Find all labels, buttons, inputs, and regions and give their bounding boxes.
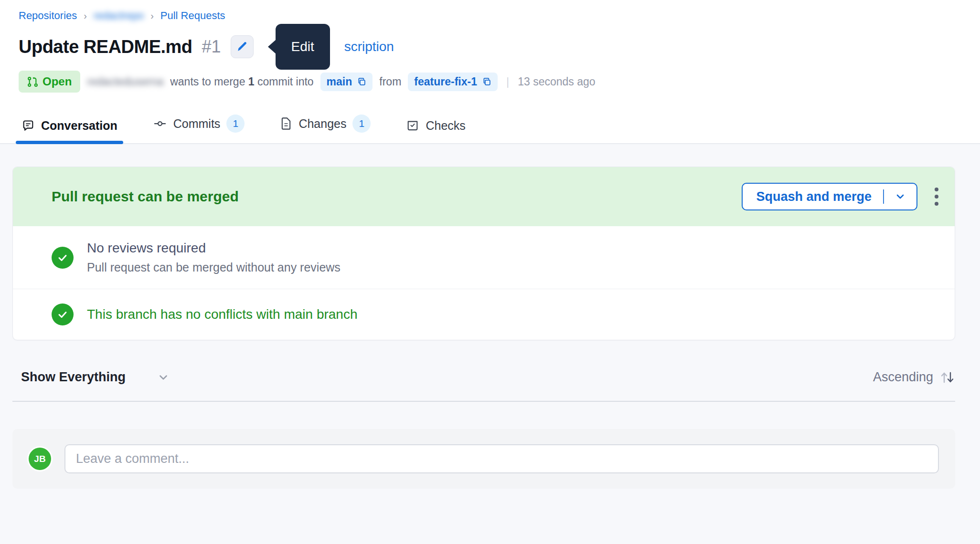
- tab-changes[interactable]: Changes 1: [277, 112, 373, 143]
- created-timestamp: 13 seconds ago: [518, 75, 595, 88]
- comment-composer: JB: [12, 429, 955, 489]
- check-circle-icon: [52, 247, 74, 269]
- description-link-partial[interactable]: scription: [344, 39, 394, 54]
- tab-conversation[interactable]: Conversation: [19, 116, 120, 143]
- timeline-controls: Show Everything Ascending: [12, 370, 955, 385]
- target-branch-label: main: [327, 75, 352, 88]
- page-title: Update README.md: [19, 37, 192, 57]
- merge-sentence-pre: wants to merge 1 commit into: [170, 75, 313, 88]
- merge-more-options-button[interactable]: [931, 184, 942, 209]
- merge-banner-title: Pull request can be merged: [52, 188, 239, 205]
- commit-count: 1: [248, 75, 255, 88]
- speech-bubble-icon: [21, 119, 35, 133]
- vertical-separator: |: [506, 75, 509, 88]
- edit-tooltip: Edit: [276, 24, 330, 70]
- pull-request-icon: [27, 76, 38, 87]
- avatar: JB: [29, 448, 51, 470]
- tab-commits[interactable]: Commits 1: [150, 112, 248, 143]
- breadcrumb: Repositories › redactrepo › Pull Request…: [19, 10, 955, 22]
- button-divider: [883, 189, 884, 204]
- merge-text-mid: commit into: [257, 75, 314, 88]
- copy-icon[interactable]: [482, 77, 491, 86]
- comment-input[interactable]: [64, 444, 939, 473]
- edit-title-button[interactable]: [231, 35, 254, 58]
- review-check-subtitle: Pull request can be merged without any r…: [87, 261, 341, 274]
- check-circle-icon: [52, 303, 74, 325]
- pr-number: #1: [202, 37, 221, 57]
- merge-banner: Pull request can be merged Squash and me…: [13, 167, 955, 226]
- conversation-panel: Pull request can be merged Squash and me…: [0, 144, 980, 544]
- pr-header: Repositories › redactrepo › Pull Request…: [0, 0, 980, 93]
- from-word: from: [379, 75, 401, 88]
- conflict-check-title: This branch has no conflicts with main b…: [87, 307, 358, 322]
- breadcrumb-repo-link-redacted[interactable]: redactrepo: [94, 10, 144, 22]
- tab-commits-label: Commits: [173, 117, 221, 131]
- timeline-filter-dropdown[interactable]: Show Everything: [21, 370, 170, 385]
- chevron-down-icon: [895, 191, 906, 202]
- breadcrumb-separator-2: ›: [150, 10, 154, 21]
- edit-tooltip-label: Edit: [291, 39, 314, 54]
- source-branch-pill[interactable]: feature-fix-1: [408, 73, 498, 91]
- tab-checks-label: Checks: [426, 119, 465, 133]
- tab-checks[interactable]: Checks: [403, 116, 468, 143]
- squash-and-merge-label: Squash and merge: [743, 189, 883, 204]
- pr-status-line: Open redacteduserna wants to merge 1 com…: [19, 71, 955, 93]
- pencil-icon: [236, 41, 248, 53]
- kebab-dot: [935, 188, 938, 191]
- kebab-dot: [935, 202, 938, 206]
- sort-arrows-icon: [939, 370, 955, 385]
- merge-banner-actions: Squash and merge: [742, 183, 942, 210]
- commit-icon: [153, 116, 167, 131]
- copy-icon[interactable]: [357, 77, 366, 86]
- file-icon: [280, 117, 292, 130]
- source-branch-label: feature-fix-1: [414, 75, 477, 88]
- tab-commits-count-badge: 1: [226, 115, 245, 133]
- tab-changes-label: Changes: [298, 117, 346, 131]
- merge-text-pre: wants to merge: [170, 75, 245, 88]
- timeline-sort-toggle[interactable]: Ascending: [873, 370, 955, 385]
- timeline-divider: [12, 401, 955, 402]
- status-badge: Open: [19, 71, 80, 93]
- breadcrumb-separator: ›: [84, 10, 87, 21]
- chevron-down-icon: [157, 371, 170, 384]
- merge-options-caret[interactable]: [884, 191, 916, 202]
- review-check-texts: No reviews required Pull request can be …: [87, 241, 341, 274]
- status-badge-label: Open: [43, 75, 72, 88]
- checklist-icon: [406, 119, 419, 133]
- review-check-title: No reviews required: [87, 241, 341, 256]
- breadcrumb-repositories-link[interactable]: Repositories: [19, 10, 77, 22]
- tab-changes-count-badge: 1: [352, 115, 371, 133]
- tab-conversation-label: Conversation: [41, 119, 117, 133]
- pr-tabbar: Conversation Commits 1 Changes 1: [0, 112, 980, 144]
- author-name-redacted: redacteduserna: [87, 75, 163, 88]
- title-row: Update README.md #1 Edit scription: [19, 33, 955, 60]
- conflict-check-row: This branch has no conflicts with main b…: [13, 289, 955, 340]
- squash-and-merge-button[interactable]: Squash and merge: [742, 183, 917, 210]
- review-check-row: No reviews required Pull request can be …: [13, 226, 955, 289]
- kebab-dot: [935, 195, 938, 199]
- timeline-filter-label: Show Everything: [21, 370, 126, 385]
- breadcrumb-pull-requests-link[interactable]: Pull Requests: [160, 10, 225, 22]
- merge-status-card: Pull request can be merged Squash and me…: [12, 167, 955, 340]
- timeline-sort-label: Ascending: [873, 370, 933, 385]
- target-branch-pill[interactable]: main: [320, 73, 373, 91]
